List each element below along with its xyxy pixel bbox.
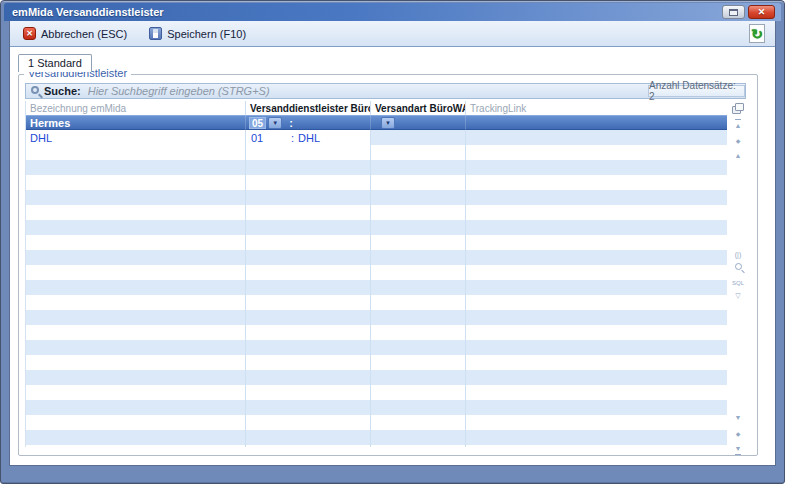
carrier-separator: :: [289, 117, 293, 129]
table-cell-empty: [466, 220, 727, 235]
arrow-up-icon: ▲: [735, 152, 742, 159]
tab-standard-label: 1 Standard: [28, 57, 82, 69]
app-window: emMida Versanddienstleister ✕ ✕ Abbreche…: [0, 0, 785, 484]
sql-filter-button[interactable]: SQL: [729, 275, 747, 288]
table-cell-empty: [466, 325, 727, 340]
maximize-button[interactable]: [722, 5, 745, 19]
column-header-bezeichnung[interactable]: Bezeichnung emMida: [26, 101, 246, 115]
table-cell-empty: [246, 445, 371, 447]
table-cell-empty: [466, 250, 727, 265]
table-cell-empty: [466, 265, 727, 280]
table-row-empty: [26, 160, 727, 175]
refresh-button[interactable]: ↻: [749, 24, 765, 43]
table-cell-empty: [371, 445, 466, 447]
table-row-hermes[interactable]: Hermes 05 ▼ : ▼: [26, 115, 727, 130]
scroll-to-top-button[interactable]: ▲: [729, 118, 747, 130]
table-row-empty: [26, 265, 727, 280]
table-cell-empty: [371, 145, 466, 160]
filter-button[interactable]: ▽: [729, 288, 747, 300]
diamond-down-icon: ◆: [736, 431, 741, 437]
maximize-icon: [729, 9, 738, 16]
table-cell-empty: [371, 265, 466, 280]
table-row-dhl[interactable]: DHL 01 : DHL: [26, 130, 727, 145]
table-empty-rows: [26, 145, 727, 447]
close-button[interactable]: ✕: [748, 5, 775, 19]
zoom-button[interactable]: [729, 260, 747, 270]
table-row-empty: [26, 445, 727, 447]
table-cell-empty: [466, 175, 727, 190]
table-cell-empty: [371, 160, 466, 175]
cell-versanddienstleister[interactable]: 01 : DHL: [246, 130, 371, 145]
table-cell-empty: [246, 415, 371, 430]
table-cell-empty: [26, 265, 246, 280]
table-cell-empty: [26, 385, 246, 400]
table-cell-empty: [246, 295, 371, 310]
table-cell-empty: [26, 340, 246, 355]
table-row-empty: [26, 250, 727, 265]
table-cell-empty: [26, 370, 246, 385]
carrier-value-field[interactable]: 05: [249, 117, 266, 129]
close-icon: ✕: [758, 7, 766, 17]
table-cell-empty: [371, 355, 466, 370]
column-header-versandart[interactable]: Versandart BüroWARE: [371, 101, 466, 115]
table-cell-empty: [26, 145, 246, 160]
cell-bezeichnung[interactable]: Hermes: [26, 115, 246, 130]
cancel-button[interactable]: ✕ Abbrechen (ESC): [19, 25, 131, 42]
table-cell-empty: [466, 235, 727, 250]
table-cell-empty: [466, 190, 727, 205]
fit-columns-button[interactable]: (|): [729, 247, 747, 259]
table-cell-empty: [26, 445, 246, 447]
search-label: Suche:: [44, 85, 81, 97]
table-cell-empty: [371, 235, 466, 250]
versanddienstleister-groupbox: Versanddienstleister Suche: Anzahl Daten…: [18, 74, 758, 456]
table-cell-empty: [246, 160, 371, 175]
page-down-button[interactable]: ◆: [729, 426, 747, 439]
table-side-rail: ▲ ◆ ▲ (|) SQL ▽ ▼ ◆ ▼: [729, 101, 747, 450]
cell-trackinglink: [466, 115, 727, 130]
scroll-down-button[interactable]: ▼: [729, 410, 747, 422]
versandart-dropdown-button[interactable]: ▼: [381, 117, 395, 129]
table-cell-empty: [26, 220, 246, 235]
table-row-empty: [26, 325, 727, 340]
save-button[interactable]: Speichern (F10): [145, 25, 250, 42]
table-cell-empty: [466, 280, 727, 295]
table-cell-empty: [466, 385, 727, 400]
table-cell-empty: [371, 370, 466, 385]
table-cell-empty: [466, 295, 727, 310]
table-row-empty: [26, 145, 727, 160]
filter-icon: ▽: [735, 292, 740, 299]
search-icon: [31, 86, 39, 94]
table-cell-empty: [371, 295, 466, 310]
table-row-empty: [26, 415, 727, 430]
page-up-button[interactable]: ◆: [729, 133, 747, 146]
table-cell-empty: [246, 430, 371, 445]
carrier-value: 01: [246, 132, 291, 144]
table-cell-empty: [26, 310, 246, 325]
scroll-up-button[interactable]: ▲: [729, 148, 747, 160]
table-cell-empty: [371, 205, 466, 220]
table-row-empty: [26, 220, 727, 235]
cell-versandart: [371, 130, 466, 145]
table-header-row: Bezeichnung emMida Versanddienstleister …: [26, 101, 727, 115]
cell-bezeichnung[interactable]: DHL: [26, 130, 246, 145]
table-row-empty: [26, 205, 727, 220]
cancel-button-label: Abbrechen (ESC): [41, 28, 127, 40]
scroll-to-bottom-button[interactable]: ▼: [729, 441, 747, 455]
title-bar[interactable]: emMida Versanddienstleister ✕: [4, 3, 781, 21]
table-cell-empty: [26, 400, 246, 415]
search-bar[interactable]: Suche: Anzahl Datensätze: 2: [25, 83, 746, 99]
refresh-icon: ↻: [750, 26, 764, 42]
table-row-empty: [26, 235, 727, 250]
chevron-down-icon: ▼: [385, 120, 391, 126]
carrier-separator: :: [291, 132, 294, 144]
search-input[interactable]: [88, 85, 745, 97]
table-cell-empty: [246, 310, 371, 325]
table-row-empty: [26, 370, 727, 385]
table-cell-empty: [466, 340, 727, 355]
table-cell-empty: [246, 265, 371, 280]
column-header-versanddienstleister[interactable]: Versanddienstleister BüroWARE: [246, 101, 371, 115]
column-header-trackinglink[interactable]: TrackingLink: [466, 101, 727, 115]
table-cell-empty: [246, 280, 371, 295]
carrier-dropdown-button[interactable]: ▼: [268, 117, 282, 129]
tab-standard[interactable]: 1 Standard: [18, 54, 92, 72]
